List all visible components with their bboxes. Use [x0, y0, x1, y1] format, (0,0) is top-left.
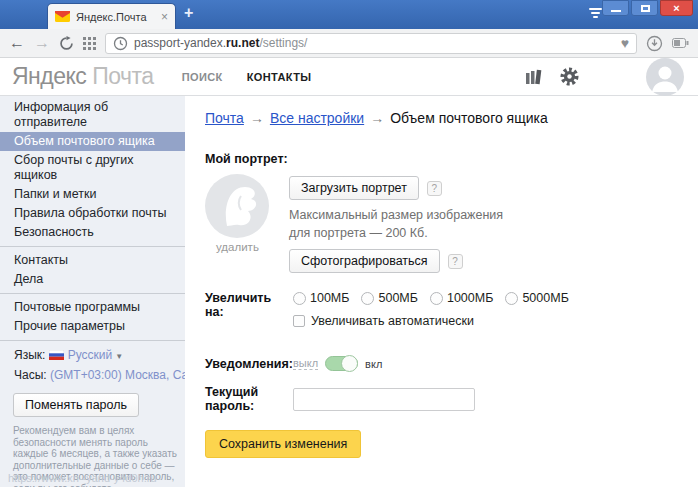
help-icon[interactable]: ? [448, 254, 463, 269]
portrait-section: удалить Загрузить портрет ? Максимальный… [205, 174, 688, 273]
radio-button[interactable] [293, 292, 306, 305]
tab-title: Яндекс.Почта [76, 11, 155, 23]
sidebar-item-contacts[interactable]: Контакты [0, 251, 185, 270]
sidebar-divider [0, 246, 185, 247]
clock-row: Часы: (GMT+03:00) Москва, Санкт...▼ [0, 365, 185, 385]
toggle-on-label: вкл [365, 358, 382, 370]
new-tab-button[interactable]: + [184, 4, 193, 22]
browser-toolbar: ← → passport-yandex.ru.net/settings/ ♥ [0, 29, 698, 58]
notifications-toggle[interactable] [325, 356, 358, 371]
radio-option-5000mb[interactable]: 5000МБ [505, 291, 568, 305]
close-button[interactable]: × [660, 0, 693, 16]
sidebar-divider [0, 340, 185, 341]
nav-search[interactable]: ПОИСК [182, 71, 223, 83]
minimize-icon [611, 10, 621, 12]
increase-size-row: Увеличить на: 100МБ 500МБ 1000МБ 5000МБ … [205, 291, 688, 328]
auto-increase-option[interactable]: Увеличивать автоматически [293, 314, 569, 328]
delete-portrait-link[interactable]: удалить [216, 241, 289, 253]
radio-option-500mb[interactable]: 500МБ [361, 291, 417, 305]
address-bar[interactable]: passport-yandex.ru.net/settings/ ♥ [105, 33, 637, 54]
settings-gear-icon[interactable] [560, 67, 579, 86]
extension-battery-icon[interactable] [672, 38, 689, 49]
radio-button[interactable] [430, 292, 443, 305]
url-text: passport-yandex.ru.net/settings/ [134, 36, 307, 50]
language-row: Язык: Русский▼ [0, 345, 185, 365]
toggle-off-link[interactable]: выкл [293, 357, 318, 370]
upload-portrait-button[interactable]: Загрузить портрет [289, 176, 419, 200]
portrait-controls: Загрузить портрет ? Максимальный размер … [289, 174, 503, 273]
radio-button[interactable] [505, 292, 518, 305]
auto-increase-checkbox[interactable] [293, 315, 305, 327]
sidebar-item-folders-labels[interactable]: Папки и метки [0, 185, 185, 204]
sidebar-item-mailbox-size[interactable]: Объем почтового ящика [0, 132, 185, 151]
sidebar-divider [0, 293, 185, 294]
current-password-input[interactable] [293, 388, 475, 411]
help-icon[interactable]: ? [427, 181, 442, 196]
change-password-button[interactable]: Поменять пароль [13, 393, 139, 417]
radio-button[interactable] [361, 292, 374, 305]
take-photo-button[interactable]: Сфотографироваться [289, 249, 440, 273]
yandex-mail-favicon [55, 11, 70, 22]
breadcrumb: Почта→Все настройки→Объем почтового ящик… [205, 110, 688, 126]
increase-options: 100МБ 500МБ 1000МБ 5000МБ Увеличивать ав… [293, 291, 569, 328]
notifications-label: Уведомления: [205, 357, 293, 371]
breadcrumb-arrow: → [250, 110, 264, 126]
sidebar-item-mail-programs[interactable]: Почтовые программы [0, 298, 185, 317]
sidebar-item-sender-info[interactable]: Информация об отправителе [0, 98, 185, 132]
portrait-label: Мой портрет: [205, 152, 688, 166]
breadcrumb-arrow: → [370, 110, 384, 126]
sidebar-item-security[interactable]: Безопасность [0, 223, 185, 242]
refresh-icon[interactable] [59, 36, 74, 51]
maximize-button[interactable] [631, 0, 658, 16]
sidebar-item-tasks[interactable]: Дела [0, 270, 185, 289]
top-nav: ПОИСК КОНТАКТЫ [182, 71, 312, 83]
russian-flag-icon [49, 350, 64, 360]
site-header: Яндекс Почта ПОИСК КОНТАКТЫ [0, 58, 698, 96]
back-icon[interactable]: ← [9, 35, 25, 51]
auto-increase-label: Увеличивать автоматически [311, 314, 474, 328]
sidebar-item-mail-collection[interactable]: Сбор почты с других ящиков [0, 151, 185, 185]
user-avatar[interactable] [646, 58, 684, 96]
breadcrumb-all-settings-link[interactable]: Все настройки [270, 110, 364, 126]
collections-icon[interactable] [525, 69, 543, 85]
radio-option-100mb[interactable]: 100МБ [293, 291, 349, 305]
browser-menu-icon[interactable] [588, 8, 602, 18]
portrait-size-hint: Максимальный размер изображения для порт… [289, 206, 503, 242]
timezone-link[interactable]: (GMT+03:00) Москва, Санкт... [50, 368, 185, 382]
settings-content: Почта→Все настройки→Объем почтового ящик… [185, 96, 698, 487]
save-changes-button[interactable]: Сохранить изменения [205, 430, 361, 458]
language-label: Язык: [14, 348, 45, 362]
radio-option-1000mb[interactable]: 1000МБ [430, 291, 493, 305]
portrait-avatar-block: удалить [205, 174, 289, 273]
header-icons [525, 58, 686, 96]
sidebar-item-other-params[interactable]: Прочие параметры [0, 317, 185, 336]
apps-grid-icon[interactable] [83, 37, 96, 50]
browser-tab[interactable]: Яндекс.Почта × [47, 3, 176, 29]
sidebar-group-settings: Информация об отправителе Объем почтовог… [0, 98, 185, 242]
password-row: Текущий пароль: [205, 385, 688, 413]
maximize-icon [641, 5, 650, 12]
forward-icon[interactable]: → [34, 35, 50, 51]
language-link[interactable]: Русский [68, 348, 113, 362]
status-bar-url: https://www.xn--yand-y4d0h.ru [8, 472, 157, 484]
minimize-button[interactable] [602, 0, 629, 16]
notifications-row: Уведомления: выкл вкл [205, 356, 688, 371]
bookmark-heart-icon[interactable]: ♥ [621, 36, 629, 50]
settings-sidebar: Информация об отправителе Объем почтовог… [0, 96, 185, 487]
sidebar-group-apps: Контакты Дела [0, 251, 185, 289]
toggle-knob[interactable] [341, 355, 358, 372]
download-icon[interactable] [646, 35, 663, 52]
sidebar-item-mail-rules[interactable]: Правила обработки почты [0, 204, 185, 223]
tab-close-icon[interactable]: × [161, 11, 168, 23]
chevron-down-icon: ▼ [115, 352, 123, 361]
nav-contacts[interactable]: КОНТАКТЫ [247, 71, 312, 83]
portrait-avatar [205, 174, 269, 238]
password-label: Текущий пароль: [205, 385, 293, 413]
clock-label: Часы: [14, 368, 47, 382]
yandex-mail-logo[interactable]: Яндекс Почта [12, 63, 154, 90]
increase-label: Увеличить на: [205, 291, 293, 319]
breadcrumb-mail-link[interactable]: Почта [205, 110, 244, 126]
clock-icon [113, 36, 128, 51]
window-controls: × [602, 0, 693, 16]
browser-titlebar: Яндекс.Почта × + × [0, 0, 698, 29]
